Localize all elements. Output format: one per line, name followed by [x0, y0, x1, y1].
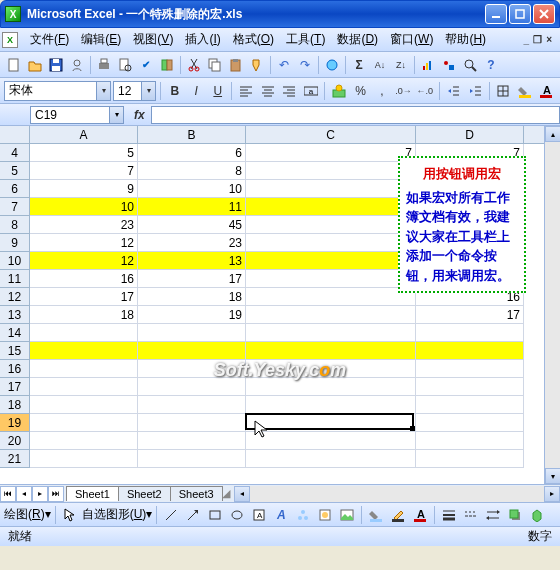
draw-menu[interactable]: 绘图(R)▾ [4, 506, 51, 523]
close-button[interactable] [533, 4, 555, 24]
menu-d[interactable]: 数据(D) [331, 28, 384, 51]
print-preview-icon[interactable] [115, 55, 135, 75]
spelling-icon[interactable]: ✔ [136, 55, 156, 75]
cell[interactable] [416, 324, 524, 342]
hyperlink-icon[interactable] [322, 55, 342, 75]
merge-center-icon[interactable]: a [301, 81, 320, 101]
cell[interactable]: 5 [30, 144, 138, 162]
row-header[interactable]: 19 [0, 414, 29, 432]
new-icon[interactable] [4, 55, 24, 75]
cell[interactable] [138, 360, 246, 378]
row-header[interactable]: 15 [0, 342, 29, 360]
research-icon[interactable] [157, 55, 177, 75]
cell[interactable] [30, 414, 138, 432]
formula-bar[interactable] [151, 106, 560, 124]
tab-first-icon[interactable]: ⏮ [0, 486, 16, 502]
name-box[interactable]: C19 ▾ [30, 106, 124, 124]
maximize-button[interactable] [509, 4, 531, 24]
cell[interactable] [246, 252, 416, 270]
cell[interactable] [138, 450, 246, 468]
increase-indent-icon[interactable] [465, 81, 484, 101]
col-header-C[interactable]: C [246, 126, 416, 143]
scroll-up-icon[interactable]: ▴ [545, 126, 560, 142]
cell[interactable] [246, 180, 416, 198]
cell[interactable] [246, 198, 416, 216]
clipart-icon[interactable] [315, 505, 335, 525]
col-header-A[interactable]: A [30, 126, 138, 143]
wb-restore-button[interactable]: ❐ [533, 34, 542, 45]
menu-f[interactable]: 文件(F) [24, 28, 75, 51]
arrow-icon[interactable] [183, 505, 203, 525]
cell[interactable]: 11 [138, 198, 246, 216]
cell[interactable]: 16 [30, 270, 138, 288]
cell[interactable] [246, 306, 416, 324]
line-color-icon[interactable] [388, 505, 408, 525]
cell[interactable] [416, 378, 524, 396]
tab-last-icon[interactable]: ⏭ [48, 486, 64, 502]
diagram-icon[interactable] [293, 505, 313, 525]
row-header[interactable]: 21 [0, 450, 29, 468]
cell[interactable] [416, 414, 524, 432]
wordart-icon[interactable]: A [271, 505, 291, 525]
italic-button[interactable]: I [187, 81, 206, 101]
oval-icon[interactable] [227, 505, 247, 525]
row-header[interactable]: 9 [0, 234, 29, 252]
cell[interactable] [246, 396, 416, 414]
menu-h[interactable]: 帮助(H) [439, 28, 492, 51]
print-icon[interactable] [94, 55, 114, 75]
wb-minimize-button[interactable]: _ [524, 34, 530, 45]
paste-icon[interactable] [226, 55, 246, 75]
row-header[interactable]: 7 [0, 198, 29, 216]
comma-icon[interactable]: , [372, 81, 391, 101]
chevron-down-icon[interactable]: ▾ [109, 107, 123, 123]
tab-prev-icon[interactable]: ◂ [16, 486, 32, 502]
cell[interactable]: 10 [138, 180, 246, 198]
cell[interactable]: 23 [30, 216, 138, 234]
row-header[interactable]: 5 [0, 162, 29, 180]
3d-icon[interactable] [527, 505, 547, 525]
borders-icon[interactable] [493, 81, 512, 101]
sheet-tab[interactable]: Sheet1 [66, 486, 119, 501]
cell[interactable]: 9 [30, 180, 138, 198]
menu-e[interactable]: 编辑(E) [75, 28, 127, 51]
row-header[interactable]: 11 [0, 270, 29, 288]
font-color-draw-icon[interactable]: A [410, 505, 430, 525]
fx-icon[interactable]: fx [134, 108, 145, 122]
save-icon[interactable] [46, 55, 66, 75]
copy-icon[interactable] [205, 55, 225, 75]
col-header-D[interactable]: D [416, 126, 524, 143]
row-header[interactable]: 18 [0, 396, 29, 414]
cell[interactable] [416, 342, 524, 360]
cell[interactable]: 18 [30, 306, 138, 324]
menu-i[interactable]: 插入(I) [179, 28, 226, 51]
vertical-scrollbar[interactable]: ▴ ▾ [544, 126, 560, 484]
sheet-tab[interactable]: Sheet2 [118, 486, 171, 501]
decrease-decimal-icon[interactable]: ←.0 [415, 81, 434, 101]
cell[interactable] [246, 432, 416, 450]
sort-asc-icon[interactable]: A↓ [370, 55, 390, 75]
menu-v[interactable]: 视图(V) [127, 28, 179, 51]
cell[interactable]: 7 [30, 162, 138, 180]
drawing-icon[interactable] [439, 55, 459, 75]
align-center-icon[interactable] [258, 81, 277, 101]
workbook-control-menu-icon[interactable]: X [2, 32, 18, 48]
chevron-down-icon[interactable]: ▾ [96, 82, 110, 100]
shadow-icon[interactable] [505, 505, 525, 525]
row-header[interactable]: 20 [0, 432, 29, 450]
autosum-icon[interactable]: Σ [349, 55, 369, 75]
scroll-down-icon[interactable]: ▾ [545, 468, 560, 484]
arrow-style-icon[interactable] [483, 505, 503, 525]
cell[interactable] [138, 432, 246, 450]
cell[interactable] [138, 342, 246, 360]
cell[interactable] [30, 450, 138, 468]
row-header[interactable]: 14 [0, 324, 29, 342]
row-header[interactable]: 4 [0, 144, 29, 162]
minimize-button[interactable] [485, 4, 507, 24]
align-left-icon[interactable] [236, 81, 255, 101]
redo-icon[interactable]: ↷ [295, 55, 315, 75]
cell[interactable] [30, 360, 138, 378]
permission-icon[interactable] [67, 55, 87, 75]
wb-close-button[interactable]: × [546, 34, 552, 45]
fill-color-icon[interactable] [515, 81, 534, 101]
cell[interactable] [246, 324, 416, 342]
